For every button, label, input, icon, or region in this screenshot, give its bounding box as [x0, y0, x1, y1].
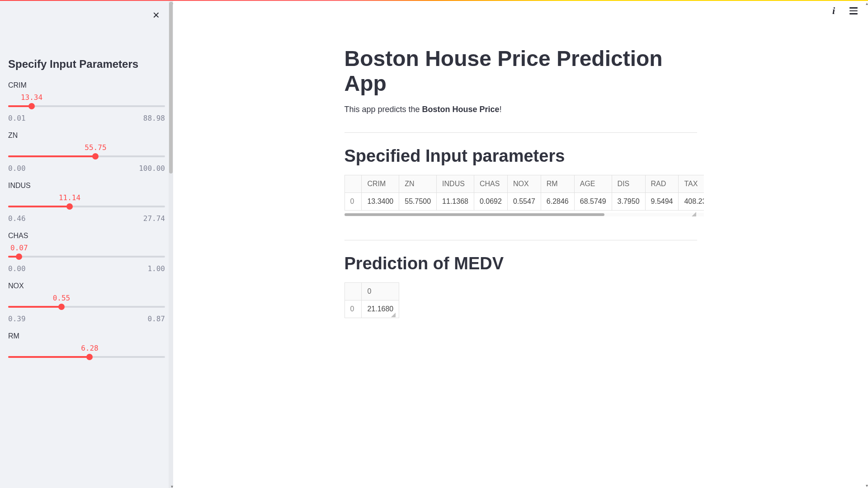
slider-label: INDUS: [8, 182, 165, 190]
slider-track[interactable]: [8, 153, 165, 160]
table-resize-handle[interactable]: [390, 312, 396, 317]
table-cell: 68.5749: [574, 193, 612, 211]
table-header: NOX: [507, 175, 541, 193]
slider-value: 0.07: [10, 244, 28, 252]
hamburger-button[interactable]: [848, 5, 859, 16]
table-header: 0: [362, 283, 399, 300]
table-header-index: [344, 283, 362, 300]
slider-label: RM: [8, 332, 165, 340]
table-header-index: [344, 175, 362, 193]
slider-max: 1.00: [147, 264, 165, 273]
scroll-down-icon[interactable]: ▾: [866, 483, 868, 488]
table-header: ZN: [399, 175, 437, 193]
input-params-table-wrapper: CRIMZNINDUSCHASNOXRMAGEDISRADTAXPTRATIO0…: [344, 175, 697, 217]
slider-label: CRIM: [8, 81, 165, 89]
table-cell: 6.2846: [541, 193, 574, 211]
table-cell: 9.5494: [645, 193, 679, 211]
scroll-down-icon[interactable]: ▾: [171, 484, 173, 488]
table-header: RAD: [645, 175, 679, 193]
sidebar-scroll-thumb[interactable]: [169, 2, 173, 174]
table-cell: 0.0692: [474, 193, 507, 211]
table-cell: 11.1368: [437, 193, 474, 211]
sidebar-scrollbar[interactable]: ▴ ▾: [169, 1, 173, 488]
slider-thumb[interactable]: [86, 354, 93, 360]
slider-min: 0.39: [8, 314, 26, 323]
slider-chas: CHAS 0.07 0.00 1.00: [8, 232, 165, 273]
main-scrollbar[interactable]: ▴ ▾: [863, 1, 868, 488]
sidebar: × Specify Input Parameters CRIM 13.34 0.…: [0, 0, 173, 488]
slider-label: ZN: [8, 131, 165, 140]
slider-track[interactable]: [8, 103, 165, 109]
slider-max: 88.98: [143, 114, 165, 122]
slider-track[interactable]: [8, 203, 165, 210]
sidebar-title: Specify Input Parameters: [8, 58, 165, 70]
table-hscroll-thumb[interactable]: [344, 213, 604, 216]
slider-thumb[interactable]: [66, 203, 73, 210]
hamburger-icon: [849, 7, 858, 14]
slider-thumb[interactable]: [92, 153, 99, 160]
table-cell: 0.5547: [507, 193, 541, 211]
slider-track[interactable]: [8, 304, 165, 310]
info-button[interactable]: i: [828, 5, 839, 16]
table-resize-handle[interactable]: [691, 211, 696, 216]
slider-crim: CRIM 13.34 0.01 88.98: [8, 81, 165, 122]
table-header: DIS: [612, 175, 645, 193]
table-header: CHAS: [474, 175, 507, 193]
table-row-index: 0: [344, 193, 362, 211]
section-prediction-title: Prediction of MEDV: [344, 254, 697, 273]
table-hscroll-track[interactable]: [344, 213, 704, 216]
table-cell: 3.7950: [612, 193, 645, 211]
slider-nox: NOX 0.55 0.39 0.87: [8, 282, 165, 323]
section-input-params-title: Specified Input parameters: [344, 146, 697, 166]
scroll-up-icon[interactable]: ▴: [866, 1, 868, 6]
slider-min: 0.00: [8, 264, 26, 273]
slider-min: 0.00: [8, 164, 26, 173]
slider-value: 13.34: [21, 93, 42, 102]
prediction-table-wrapper: 0 021.1680: [344, 282, 396, 318]
table-header: INDUS: [437, 175, 474, 193]
divider: [344, 132, 697, 133]
slider-max: 0.87: [147, 314, 165, 323]
table-cell: 13.3400: [362, 193, 399, 211]
table-row-index: 0: [344, 300, 362, 318]
slider-max: 27.74: [143, 214, 165, 223]
close-icon: ×: [153, 8, 160, 22]
slider-label: CHAS: [8, 232, 165, 240]
table-header: RM: [541, 175, 574, 193]
table-cell: 408.2372: [679, 193, 704, 211]
slider-label: NOX: [8, 282, 165, 290]
slider-thumb[interactable]: [28, 103, 35, 109]
slider-value: 6.28: [81, 344, 99, 352]
slider-indus: INDUS 11.14 0.46 27.74: [8, 182, 165, 223]
divider: [344, 240, 697, 240]
close-sidebar-button[interactable]: ×: [153, 9, 160, 21]
slider-min: 0.01: [8, 114, 26, 122]
slider-track[interactable]: [8, 354, 165, 360]
slider-track[interactable]: [8, 253, 165, 260]
page-subtitle: This app predicts the Boston House Price…: [344, 105, 697, 114]
header-icons: i: [828, 5, 859, 16]
info-icon: i: [832, 5, 835, 17]
gradient-bar: [0, 0, 868, 1]
input-params-table[interactable]: CRIMZNINDUSCHASNOXRMAGEDISRADTAXPTRATIO0…: [344, 175, 704, 211]
table-cell: 55.7500: [399, 193, 437, 211]
table-header: CRIM: [362, 175, 399, 193]
slider-rm: RM 6.28: [8, 332, 165, 360]
slider-thumb[interactable]: [16, 253, 22, 260]
slider-zn: ZN 55.75 0.00 100.00: [8, 131, 165, 173]
main-content: Boston House Price Prediction App This a…: [173, 0, 868, 488]
slider-thumb[interactable]: [58, 304, 65, 310]
table-header: AGE: [574, 175, 612, 193]
page-title: Boston House Price Prediction App: [344, 46, 697, 96]
table-header: TAX: [679, 175, 704, 193]
slider-value: 55.75: [85, 143, 106, 152]
slider-min: 0.46: [8, 214, 26, 223]
slider-value: 11.14: [59, 193, 80, 202]
slider-value: 0.55: [53, 294, 71, 302]
slider-max: 100.00: [139, 164, 165, 173]
